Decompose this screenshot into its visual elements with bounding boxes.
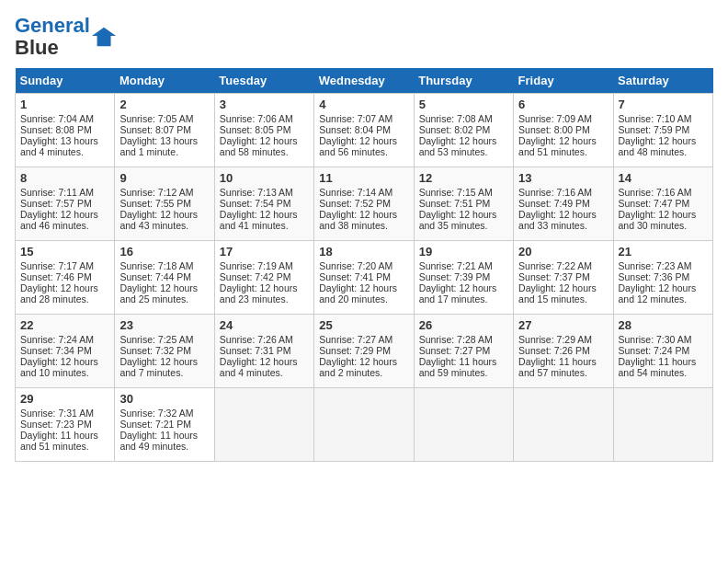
day-number: 11 [319,171,408,185]
daylight-label: Daylight: 12 hours and 58 minutes. [220,135,298,157]
week-row-3: 15 Sunrise: 7:17 AM Sunset: 7:46 PM Dayl… [16,241,713,315]
day-number: 3 [220,98,309,111]
sunset-label: Sunset: 7:32 PM [119,345,191,356]
sunrise-label: Sunrise: 7:16 AM [518,187,592,198]
sunrise-label: Sunrise: 7:32 AM [119,408,193,419]
sunrise-label: Sunrise: 7:21 AM [419,260,493,271]
calendar-cell: 21 Sunrise: 7:23 AM Sunset: 7:36 PM Dayl… [613,241,712,315]
sunrise-label: Sunrise: 7:30 AM [619,334,692,345]
daylight-label: Daylight: 12 hours and 15 minutes. [518,282,597,304]
sunset-label: Sunset: 7:21 PM [119,419,191,430]
logo-icon [92,24,118,50]
col-header-wednesday: Wednesday [314,68,414,94]
sunrise-label: Sunrise: 7:26 AM [220,334,293,345]
sunrise-label: Sunrise: 7:11 AM [20,187,94,198]
daylight-label: Daylight: 12 hours and 28 minutes. [20,282,98,304]
daylight-label: Daylight: 11 hours and 49 minutes. [119,430,198,452]
day-number: 30 [119,392,209,406]
page-header: GeneralBlue [15,15,713,59]
col-header-monday: Monday [115,68,214,94]
day-number: 18 [319,245,408,259]
daylight-label: Daylight: 12 hours and 12 minutes. [619,282,697,304]
day-number: 10 [220,171,309,185]
sunset-label: Sunset: 7:54 PM [220,198,291,209]
daylight-label: Daylight: 12 hours and 38 minutes. [319,209,397,231]
day-number: 29 [20,392,109,406]
calendar-header-row: SundayMondayTuesdayWednesdayThursdayFrid… [16,68,713,94]
sunset-label: Sunset: 7:27 PM [419,345,491,356]
daylight-label: Daylight: 12 hours and 23 minutes. [220,282,298,304]
calendar-cell [613,388,712,462]
sunrise-label: Sunrise: 7:14 AM [319,187,392,198]
sunrise-label: Sunrise: 7:16 AM [619,187,692,198]
calendar-cell: 14 Sunrise: 7:16 AM Sunset: 7:47 PM Dayl… [613,167,712,241]
calendar-table: SundayMondayTuesdayWednesdayThursdayFrid… [15,68,713,462]
sunrise-label: Sunrise: 7:20 AM [319,260,392,271]
day-number: 26 [419,318,508,332]
col-header-sunday: Sunday [16,68,115,94]
day-number: 16 [119,245,209,259]
sunset-label: Sunset: 7:49 PM [518,198,590,209]
day-number: 25 [319,318,408,332]
sunset-label: Sunset: 7:26 PM [518,345,590,356]
calendar-cell [214,388,313,462]
sunrise-label: Sunrise: 7:19 AM [220,260,293,271]
calendar-cell [314,388,414,462]
day-number: 2 [119,98,209,111]
sunrise-label: Sunrise: 7:08 AM [419,113,493,124]
sunset-label: Sunset: 7:42 PM [220,271,291,282]
day-number: 7 [619,98,708,111]
calendar-cell: 30 Sunrise: 7:32 AM Sunset: 7:21 PM Dayl… [115,388,214,462]
calendar-cell: 23 Sunrise: 7:25 AM Sunset: 7:32 PM Dayl… [115,315,214,388]
sunrise-label: Sunrise: 7:15 AM [419,187,493,198]
sunset-label: Sunset: 7:39 PM [419,271,491,282]
sunset-label: Sunset: 7:52 PM [319,198,391,209]
sunrise-label: Sunrise: 7:05 AM [119,113,193,124]
sunset-label: Sunset: 7:41 PM [319,271,391,282]
col-header-saturday: Saturday [613,68,712,94]
daylight-label: Daylight: 12 hours and 17 minutes. [419,282,497,304]
sunrise-label: Sunrise: 7:09 AM [518,113,592,124]
calendar-cell: 16 Sunrise: 7:18 AM Sunset: 7:44 PM Dayl… [115,241,214,315]
col-header-tuesday: Tuesday [214,68,313,94]
calendar-cell: 7 Sunrise: 7:10 AM Sunset: 7:59 PM Dayli… [613,94,712,167]
sunrise-label: Sunrise: 7:18 AM [119,260,193,271]
sunset-label: Sunset: 7:36 PM [619,271,690,282]
daylight-label: Daylight: 12 hours and 2 minutes. [319,356,397,378]
calendar-cell: 2 Sunrise: 7:05 AM Sunset: 8:07 PM Dayli… [115,94,214,167]
daylight-label: Daylight: 12 hours and 4 minutes. [220,356,298,378]
daylight-label: Daylight: 11 hours and 51 minutes. [20,430,98,452]
sunset-label: Sunset: 7:23 PM [20,419,92,430]
day-number: 9 [119,171,209,185]
sunset-label: Sunset: 7:57 PM [20,198,92,209]
daylight-label: Daylight: 12 hours and 41 minutes. [220,209,298,231]
sunrise-label: Sunrise: 7:24 AM [20,334,94,345]
day-number: 17 [220,245,309,259]
sunset-label: Sunset: 7:29 PM [319,345,391,356]
daylight-label: Daylight: 12 hours and 56 minutes. [319,135,397,157]
calendar-cell: 13 Sunrise: 7:16 AM Sunset: 7:49 PM Dayl… [514,167,613,241]
calendar-cell: 9 Sunrise: 7:12 AM Sunset: 7:55 PM Dayli… [115,167,214,241]
sunset-label: Sunset: 7:37 PM [518,271,590,282]
sunrise-label: Sunrise: 7:07 AM [319,113,392,124]
day-number: 20 [518,245,608,259]
day-number: 24 [220,318,309,332]
daylight-label: Daylight: 12 hours and 35 minutes. [419,209,497,231]
calendar-cell: 4 Sunrise: 7:07 AM Sunset: 8:04 PM Dayli… [314,94,414,167]
daylight-label: Daylight: 12 hours and 43 minutes. [119,209,198,231]
day-number: 23 [119,318,209,332]
sunrise-label: Sunrise: 7:28 AM [419,334,493,345]
calendar-cell: 5 Sunrise: 7:08 AM Sunset: 8:02 PM Dayli… [414,94,513,167]
daylight-label: Daylight: 12 hours and 30 minutes. [619,209,697,231]
calendar-cell: 22 Sunrise: 7:24 AM Sunset: 7:34 PM Dayl… [16,315,115,388]
sunset-label: Sunset: 8:02 PM [419,124,491,135]
daylight-label: Daylight: 12 hours and 10 minutes. [20,356,98,378]
day-number: 21 [619,245,708,259]
sunrise-label: Sunrise: 7:10 AM [619,113,692,124]
sunrise-label: Sunrise: 7:22 AM [518,260,592,271]
sunset-label: Sunset: 7:47 PM [619,198,690,209]
calendar-cell: 26 Sunrise: 7:28 AM Sunset: 7:27 PM Dayl… [414,315,513,388]
daylight-label: Daylight: 12 hours and 51 minutes. [518,135,597,157]
day-number: 15 [20,245,109,259]
calendar-cell: 27 Sunrise: 7:29 AM Sunset: 7:26 PM Dayl… [514,315,613,388]
